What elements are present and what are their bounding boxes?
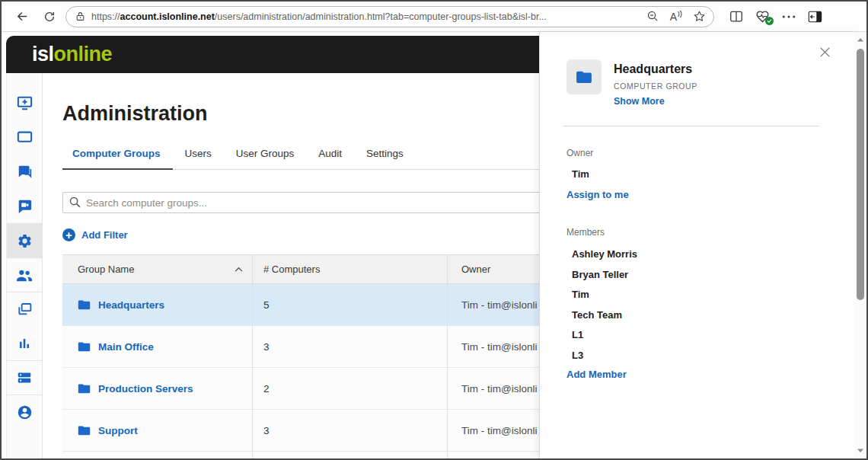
assign-to-me-link[interactable]: Assign to me [566,189,828,200]
add-filter-label: Add Filter [81,229,128,241]
folder-icon [78,299,91,310]
video-chat-icon [17,199,33,213]
scrollbar-down-arrow-icon[interactable] [856,448,865,454]
islonline-logo[interactable]: islonline [32,43,112,66]
bar-chart-icon [18,337,31,350]
owner-section-label: Owner [566,148,828,158]
sidebar-item-chat[interactable] [7,155,42,189]
close-icon [819,46,831,59]
member-item: Tech Team [566,309,828,319]
chat-bubbles-icon [17,165,33,179]
folder-icon [78,425,91,436]
sort-ascending-caret-icon [235,267,243,272]
search-icon [69,196,81,209]
menu-ellipsis-icon[interactable] [782,14,796,19]
lock-icon [75,11,85,22]
scrollbar-thumb[interactable] [857,49,864,300]
back-arrow-icon [16,10,29,23]
sidebar-item-sessions[interactable] [7,292,42,326]
panel-divider [563,126,819,126]
tab-computer-groups[interactable]: Computer Groups [62,148,173,170]
essentials-check-badge [765,17,774,25]
add-computer-icon [17,96,33,110]
back-button[interactable] [11,5,34,28]
gear-icon [17,233,33,249]
tab-audit[interactable]: Audit [306,148,354,169]
add-member-link[interactable]: Add Member [566,369,828,380]
browser-window: https://account.islonline.net/users/admi… [0,0,868,460]
add-filter-button[interactable]: + Add Filter [62,228,215,241]
plus-circle-icon: + [62,228,75,241]
url-text[interactable]: https://account.islonline.net/users/admi… [91,11,640,22]
account-circle-icon [17,404,33,420]
favorites-star-icon[interactable] [693,10,706,23]
sidebar-item-account[interactable] [7,395,42,429]
sidebar-item-video-chat[interactable] [7,189,42,223]
tab-settings[interactable]: Settings [354,148,416,169]
app-sidebar [6,73,43,458]
read-aloud-icon[interactable]: A [670,11,682,23]
computer-icon [17,130,33,145]
windows-stack-icon [17,302,32,317]
member-item: Ashley Morris [566,248,828,258]
sidebar-item-administration[interactable] [7,223,42,257]
sidebar-item-users[interactable] [7,257,42,292]
panel-group-type: COMPUTER GROUP [614,81,697,91]
owner-name: Tim [566,168,828,180]
people-icon [16,268,33,283]
members-section-label: Members [566,227,828,238]
browser-toolbar: https://account.islonline.net/users/admi… [2,2,866,32]
panel-group-title: Headquarters [614,62,697,76]
folder-icon [78,383,91,394]
column-header-computers[interactable]: # Computers [253,255,448,283]
member-item: L1 [566,329,828,339]
group-detail-panel: Headquarters COMPUTER GROUP Show More Ow… [539,32,854,458]
member-item: Bryan Teller [566,269,828,279]
tab-users[interactable]: Users [173,148,224,169]
server-list-icon [17,371,32,385]
page-content: islonline [2,32,866,458]
sidebar-toggle-icon[interactable] [808,11,822,23]
page-scrollbar[interactable] [854,32,866,458]
refresh-icon [43,11,56,23]
sidebar-item-servers[interactable] [7,360,42,395]
group-avatar-tile [566,59,602,94]
refresh-button[interactable] [38,5,61,28]
sidebar-item-reports[interactable] [7,326,42,360]
scrollbar-up-arrow-icon[interactable] [856,37,865,43]
show-more-link[interactable]: Show More [614,96,697,107]
member-item: L3 [566,350,828,359]
address-bar[interactable]: https://account.islonline.net/users/admi… [65,6,714,27]
column-header-group-name[interactable]: Group Name [62,255,253,283]
zoom-out-icon[interactable] [646,10,659,23]
sidebar-item-computers[interactable] [7,120,42,155]
member-item: Tim [566,289,828,299]
folder-icon [78,341,91,352]
browser-essentials-icon[interactable] [755,10,770,23]
split-screen-icon[interactable] [729,11,743,23]
folder-icon [576,70,592,84]
tab-user-groups[interactable]: User Groups [224,148,307,169]
sidebar-item-add-computer[interactable] [7,86,42,120]
close-panel-button[interactable] [816,43,833,60]
